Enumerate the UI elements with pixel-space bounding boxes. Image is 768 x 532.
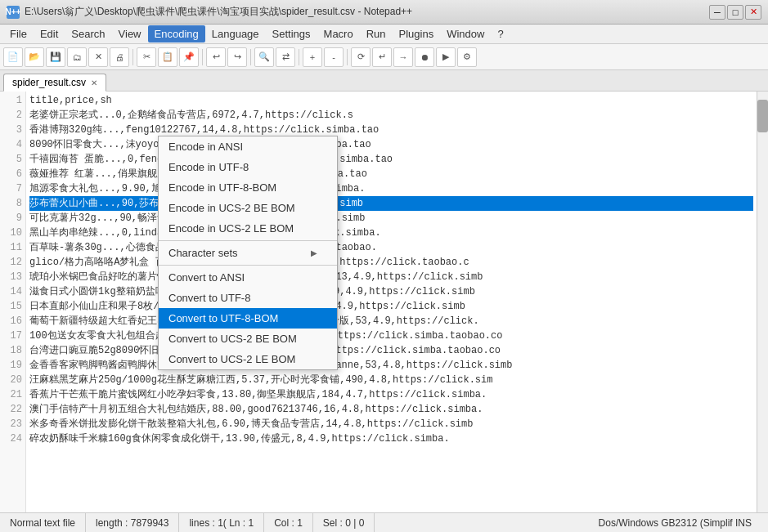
dropdown-item-encode-utf8[interactable]: Encode in UTF-8 bbox=[159, 157, 337, 177]
close-button[interactable]: ✕ bbox=[745, 5, 761, 20]
menu-plugins[interactable]: Plugins bbox=[393, 25, 441, 42]
menu-language[interactable]: Language bbox=[205, 25, 266, 42]
dropdown-item-convert-ucs2-be[interactable]: Convert to UCS-2 BE BOM bbox=[159, 329, 337, 349]
tab-spider-result[interactable]: spider_result.csv ✕ bbox=[3, 74, 106, 92]
toolbar-sep1 bbox=[132, 49, 133, 65]
status-length: length : 7879943 bbox=[86, 513, 179, 532]
tab-bar: spider_result.csv ✕ bbox=[0, 70, 768, 92]
code-line: glico/格力高咯咯A梦礼盒 百醇百力,51.90,天猫超市,11440,4.… bbox=[29, 255, 753, 270]
code-line: 碎农奶酥味千米糠160g食休闲零食成化饼干,13.90,传盛元,8,4.9,ht… bbox=[29, 431, 753, 446]
code-line: 千禧园海苔 蛋脆...,0,feng10122767,23,4.9,https:… bbox=[29, 152, 753, 167]
app-icon: N++ bbox=[7, 6, 20, 19]
dropdown-item-label: Character sets bbox=[168, 247, 238, 259]
dropdown-item-label: Convert to UCS-2 BE BOM bbox=[168, 333, 297, 345]
menu-search[interactable]: Search bbox=[65, 25, 111, 42]
vertical-scrollbar[interactable] bbox=[757, 92, 768, 512]
status-encoding: Dos/Windows GB2312 (Simplif INS bbox=[589, 513, 761, 532]
status-bar: Normal text file length : 7879943 lines … bbox=[0, 512, 768, 532]
code-line: 黑山羊肉串绝辣...,0,lindawangzhi,1531,4.8,https… bbox=[29, 226, 753, 240]
toolbar-wrap[interactable]: ↵ bbox=[372, 47, 392, 67]
dropdown-separator bbox=[159, 240, 337, 241]
dropdown-item-label: Encode in UCS-2 LE BOM bbox=[168, 222, 294, 235]
menu-settings[interactable]: Settings bbox=[266, 25, 317, 42]
dropdown-item-label: Encode in UTF-8-BOM bbox=[168, 181, 276, 194]
toolbar-macro-save[interactable]: ⚙ bbox=[457, 47, 477, 67]
toolbar-save-all[interactable]: 🗂 bbox=[67, 47, 87, 67]
title-bar-buttons: ─ □ ✕ bbox=[709, 5, 761, 20]
code-line: 可比克薯片32g...,90,畅泽食品专营店,240,4.8,https://c… bbox=[29, 211, 753, 226]
menu-encoding[interactable]: Encoding bbox=[148, 25, 205, 42]
code-line: 香港博翔320g纯...,feng10122767,14,4.8,https:/… bbox=[29, 123, 753, 137]
dropdown-item-label: Encode in UCS-2 BE BOM bbox=[168, 202, 295, 214]
code-line: 百草味-薯条30g...,心德食品,231,4.8,https://click.… bbox=[29, 240, 753, 255]
menu-view[interactable]: View bbox=[112, 25, 148, 42]
dropdown-item-convert-ansi[interactable]: Convert to ANSI bbox=[159, 267, 337, 288]
toolbar-sync[interactable]: ⟳ bbox=[351, 47, 371, 67]
toolbar: 📄 📂 💾 🗂 ✕ 🖨 ✂ 📋 📌 ↩ ↪ 🔍 ⇄ + - ⟳ ↵ → ⏺ ▶ … bbox=[0, 44, 768, 70]
toolbar-paste[interactable]: 📌 bbox=[179, 47, 199, 67]
menu-bar: File Edit Search View Encoding Language … bbox=[0, 25, 768, 44]
menu-help[interactable]: ? bbox=[491, 25, 510, 42]
toolbar-replace[interactable]: ⇄ bbox=[276, 47, 295, 67]
menu-file[interactable]: File bbox=[3, 25, 34, 42]
title-bar: N++ E:\Users\翁广义\Desktop\爬虫课件\爬虫课件\淘宝项目实… bbox=[0, 0, 768, 25]
toolbar-undo[interactable]: ↩ bbox=[206, 47, 226, 67]
title-bar-left: N++ E:\Users\翁广义\Desktop\爬虫课件\爬虫课件\淘宝项目实… bbox=[7, 5, 412, 19]
status-filetype: Normal text file bbox=[7, 513, 86, 532]
dropdown-item-label: Convert to UCS-2 LE BOM bbox=[168, 353, 295, 365]
toolbar-print[interactable]: 🖨 bbox=[110, 47, 129, 67]
toolbar-sep3 bbox=[250, 49, 251, 65]
menu-macro[interactable]: Macro bbox=[317, 25, 360, 42]
dropdown-item-label: Convert to ANSI bbox=[168, 271, 245, 284]
toolbar-zoom-out[interactable]: - bbox=[324, 47, 344, 67]
toolbar-find[interactable]: 🔍 bbox=[254, 47, 274, 67]
toolbar-open[interactable]: 📂 bbox=[25, 47, 44, 67]
dropdown-item-encode-ucs2-le[interactable]: Encode in UCS-2 LE BOM bbox=[159, 218, 337, 239]
menu-edit[interactable]: Edit bbox=[34, 25, 65, 42]
dropdown-item-convert-utf8[interactable]: Convert to UTF-8 bbox=[159, 288, 337, 308]
code-line: 金香香客家鸭脚鸭酱卤鸭脚休闲零食肉制品休闲零食,11.90,菲菲宝贝anne,5… bbox=[29, 358, 753, 373]
dropdown-item-encode-utf8-bom[interactable]: Encode in UTF-8-BOM bbox=[159, 177, 337, 198]
code-line: title,price,sh bbox=[29, 93, 753, 108]
toolbar-zoom-in[interactable]: + bbox=[303, 47, 322, 67]
toolbar-close[interactable]: ✕ bbox=[88, 47, 108, 67]
dropdown-item-character-sets[interactable]: Character sets▶ bbox=[159, 243, 337, 263]
toolbar-macro-play[interactable]: ▶ bbox=[436, 47, 456, 67]
status-sel: Sel : 0 | 0 bbox=[313, 513, 375, 532]
toolbar-redo[interactable]: ↪ bbox=[227, 47, 247, 67]
code-line: 葡萄干新疆特级超大红香妃王500g免洗即食散,18.90,白味儿果品特价版,53… bbox=[29, 314, 753, 329]
toolbar-macro-rec[interactable]: ⏺ bbox=[415, 47, 434, 67]
dropdown-item-convert-utf8-bom[interactable]: Convert to UTF-8-BOM bbox=[159, 308, 337, 329]
minimize-button[interactable]: ─ bbox=[709, 5, 725, 20]
toolbar-sep2 bbox=[202, 49, 203, 65]
code-line: 香蕉片干芒蕉干脆片蜜饯网红小吃孕妇零食,13.80,御坚果旗舰店,184,4.7… bbox=[29, 387, 753, 402]
code-line: 100包送女友零食大礼包组合超大一箱生日,5.40,ms0mei,63,4.9,… bbox=[29, 329, 753, 343]
status-lines: lines : 1( Ln : 1 bbox=[179, 513, 264, 532]
dropdown-item-label: Convert to UTF-8 bbox=[168, 292, 250, 304]
maximize-button[interactable]: □ bbox=[727, 5, 743, 20]
code-line: 日本直邮小仙山庄和果子8枚/袋11袋仙贝,214.62,帅到没人要,0,2,4.… bbox=[29, 299, 753, 314]
code-line: 台湾进口豌豆脆52g8090怀旧膨化网红零食,5.80,佳盛元,59,4.8,h… bbox=[29, 343, 753, 358]
dropdown-item-encode-ansi[interactable]: Encode in ANSI bbox=[159, 136, 337, 157]
dropdown-item-label: Convert to UTF-8-BOM bbox=[168, 312, 278, 324]
code-content[interactable]: title,price,sh老婆饼正宗老式...0,企鹅绪食品专营店,6972,… bbox=[26, 92, 757, 512]
dropdown-item-convert-ucs2-le[interactable]: Convert to UCS-2 LE BOM bbox=[159, 349, 337, 369]
toolbar-sep4 bbox=[299, 49, 299, 65]
encoding-dropdown: Encode in ANSIEncode in UTF-8Encode in U… bbox=[158, 136, 338, 370]
menu-run[interactable]: Run bbox=[360, 25, 393, 42]
dropdown-item-label: Encode in UTF-8 bbox=[168, 161, 249, 173]
menu-window[interactable]: Window bbox=[440, 25, 491, 42]
tab-close-icon[interactable]: ✕ bbox=[91, 78, 97, 87]
toolbar-copy[interactable]: 📋 bbox=[158, 47, 177, 67]
toolbar-new[interactable]: 📄 bbox=[3, 47, 23, 67]
toolbar-cut[interactable]: ✂ bbox=[137, 47, 156, 67]
toolbar-indent[interactable]: → bbox=[393, 47, 413, 67]
toolbar-save[interactable]: 💾 bbox=[46, 47, 65, 67]
dropdown-item-encode-ucs2-be[interactable]: Encode in UCS-2 BE BOM bbox=[159, 198, 337, 218]
code-line: 莎布蕾火山小曲...,90,莎布蕾旗舰店,6584,4.7,https://cl… bbox=[29, 196, 753, 211]
code-line: 滋食日式小圆饼1kg整箱奶盐味饼干礼盒休闲,39.90,天猫超市,18209,4… bbox=[29, 284, 753, 299]
code-line: 8090怀旧零食大...,沫yoyosmile,11,4.8,https://c… bbox=[29, 137, 753, 152]
code-line: 米多奇香米饼批发膨化饼干散装整箱大礼包,6.90,博天食品专营店,14,4.8,… bbox=[29, 417, 753, 431]
dropdown-item-label: Encode in ANSI bbox=[168, 141, 243, 153]
code-line: 澳门手信特产十月初五组合大礼包结婚庆,88.00,good76213746,16… bbox=[29, 402, 753, 417]
